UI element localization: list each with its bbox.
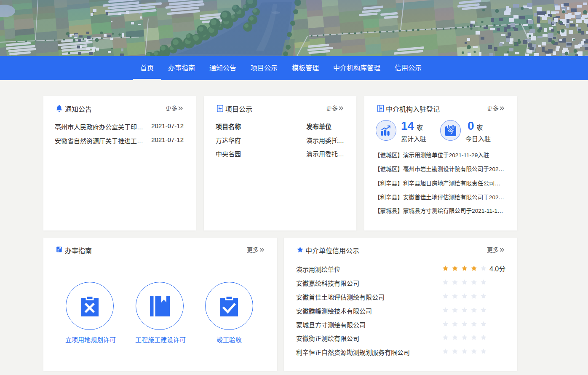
svg-text:今: 今: [447, 128, 454, 135]
